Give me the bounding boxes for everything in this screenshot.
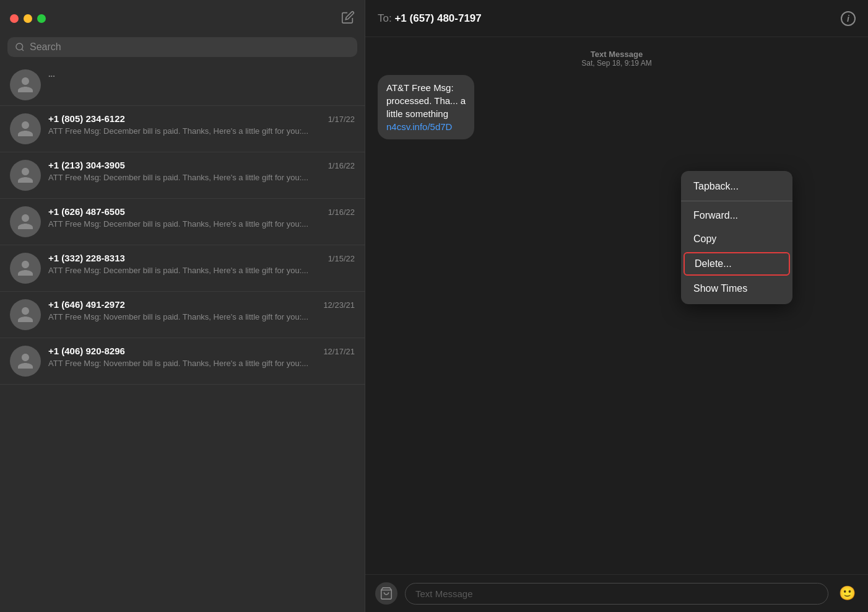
minimize-button[interactable] xyxy=(24,14,32,23)
delete-menu-item[interactable]: Delete... xyxy=(684,252,790,276)
traffic-lights xyxy=(10,14,46,23)
conv-header: +1 (406) 920-8296 12/17/21 xyxy=(48,346,355,356)
conv-preview: ATT Free Msg: November bill is paid. Tha… xyxy=(48,312,355,323)
conv-header: +1 (646) 491-2972 12/23/21 xyxy=(48,299,355,310)
message-type: Text Message xyxy=(581,50,651,59)
message-row: AT&T Free Msg:processed. Tha... alittle … xyxy=(378,75,856,139)
conv-name: +1 (646) 491-2972 xyxy=(48,299,125,310)
menu-divider xyxy=(681,201,792,201)
conv-content-truncated: ... xyxy=(48,69,355,81)
conv-preview: ATT Free Msg: December bill is paid. Tha… xyxy=(48,265,355,276)
emoji-icon[interactable]: 🙂 xyxy=(836,582,858,605)
conv-preview: ATT Free Msg: December bill is paid. Tha… xyxy=(48,126,355,137)
sidebar: ... +1 (805) 234-6122 1/17/22 ATT Free M… xyxy=(0,0,365,612)
conv-content: +1 (626) 487-6505 1/16/22 ATT Free Msg: … xyxy=(48,206,355,230)
message-label: Text Message Sat, Sep 18, 9:19 AM xyxy=(581,50,651,68)
list-item[interactable]: +1 (646) 491-2972 12/23/21 ATT Free Msg:… xyxy=(0,292,365,338)
list-item-truncated[interactable]: ... xyxy=(0,64,365,106)
message-bubble: AT&T Free Msg:processed. Tha... alittle … xyxy=(378,75,474,139)
conv-content: +1 (213) 304-3905 1/16/22 ATT Free Msg: … xyxy=(48,160,355,183)
message-link[interactable]: n4csv.info/5d7D xyxy=(386,121,452,132)
context-menu: Tapback... Forward... Copy Delete... Sho… xyxy=(681,171,792,304)
phone-number: +1 (657) 480-7197 xyxy=(394,12,481,24)
conv-preview: ATT Free Msg: November bill is paid. Tha… xyxy=(48,358,355,369)
conv-content: +1 (332) 228-8313 1/15/22 ATT Free Msg: … xyxy=(48,253,355,276)
list-item[interactable]: +1 (805) 234-6122 1/17/22 ATT Free Msg: … xyxy=(0,106,365,152)
search-input[interactable] xyxy=(30,42,350,53)
conversation-list: +1 (805) 234-6122 1/17/22 ATT Free Msg: … xyxy=(0,106,365,612)
chat-header: To: +1 (657) 480-7197 i xyxy=(365,0,868,37)
list-item[interactable]: +1 (406) 920-8296 12/17/21 ATT Free Msg:… xyxy=(0,338,365,385)
conv-header: +1 (332) 228-8313 1/15/22 xyxy=(48,253,355,263)
conv-name: +1 (406) 920-8296 xyxy=(48,346,125,356)
conv-date: 1/16/22 xyxy=(328,161,355,170)
conv-name: +1 (332) 228-8313 xyxy=(48,253,125,263)
maximize-button[interactable] xyxy=(37,14,46,23)
conv-name: +1 (213) 304-3905 xyxy=(48,160,125,170)
conv-name: +1 (626) 487-6505 xyxy=(48,206,125,217)
text-input-wrapper[interactable] xyxy=(405,583,828,605)
list-item[interactable]: +1 (626) 487-6505 1/16/22 ATT Free Msg: … xyxy=(0,199,365,245)
message-input[interactable] xyxy=(415,588,818,599)
conv-date: 12/17/21 xyxy=(323,347,355,356)
conv-content: +1 (406) 920-8296 12/17/21 ATT Free Msg:… xyxy=(48,346,355,369)
conv-header: ... xyxy=(48,69,355,79)
avatar xyxy=(10,253,41,284)
main-panel: To: +1 (657) 480-7197 i Text Message Sat… xyxy=(365,0,868,612)
message-date: Sat, Sep 18, 9:19 AM xyxy=(581,59,651,68)
chat-area: Text Message Sat, Sep 18, 9:19 AM AT&T F… xyxy=(365,37,868,574)
search-input-wrapper[interactable] xyxy=(7,37,357,57)
show-times-menu-item[interactable]: Show Times xyxy=(681,277,792,300)
avatar xyxy=(10,346,41,377)
compose-icon[interactable] xyxy=(341,11,355,27)
avatar xyxy=(10,299,41,330)
chat-recipient: To: +1 (657) 480-7197 xyxy=(378,12,482,25)
conv-preview: ATT Free Msg: December bill is paid. Tha… xyxy=(48,219,355,230)
avatar xyxy=(10,206,41,237)
conv-date: 1/15/22 xyxy=(328,254,355,263)
avatar xyxy=(10,160,41,191)
conv-header: +1 (805) 234-6122 1/17/22 xyxy=(48,113,355,124)
close-button[interactable] xyxy=(10,14,19,23)
search-bar xyxy=(0,37,365,64)
conv-date: 1/16/22 xyxy=(328,208,355,217)
conv-date: 1/17/22 xyxy=(328,115,355,124)
search-icon xyxy=(15,42,25,52)
conv-name: +1 (805) 234-6122 xyxy=(48,113,125,124)
conv-header: +1 (626) 487-6505 1/16/22 xyxy=(48,206,355,217)
to-label: To: xyxy=(378,12,394,24)
conv-name: ... xyxy=(48,69,55,79)
forward-menu-item[interactable]: Forward... xyxy=(681,204,792,227)
list-item[interactable]: +1 (332) 228-8313 1/15/22 ATT Free Msg: … xyxy=(0,245,365,292)
svg-line-1 xyxy=(22,49,24,51)
conv-header: +1 (213) 304-3905 1/16/22 xyxy=(48,160,355,170)
avatar xyxy=(10,113,41,144)
titlebar xyxy=(0,0,365,37)
conv-content: +1 (646) 491-2972 12/23/21 ATT Free Msg:… xyxy=(48,299,355,323)
tapback-menu-item[interactable]: Tapback... xyxy=(681,175,792,198)
chat-input-area: 🙂 xyxy=(365,574,868,612)
info-icon[interactable]: i xyxy=(841,11,856,26)
conv-content: +1 (805) 234-6122 1/17/22 ATT Free Msg: … xyxy=(48,113,355,137)
avatar xyxy=(10,69,41,100)
conv-date: 12/23/21 xyxy=(323,300,355,310)
svg-point-0 xyxy=(16,43,23,50)
app-store-icon[interactable] xyxy=(375,582,397,605)
list-item[interactable]: +1 (213) 304-3905 1/16/22 ATT Free Msg: … xyxy=(0,152,365,199)
conv-preview: ATT Free Msg: December bill is paid. Tha… xyxy=(48,172,355,183)
copy-menu-item[interactable]: Copy xyxy=(681,227,792,251)
